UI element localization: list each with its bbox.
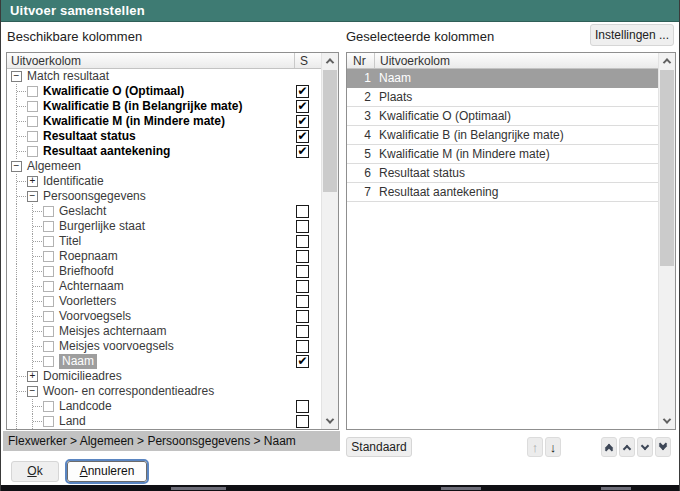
tree-guide-line [16, 279, 17, 294]
tree-item-checkbox[interactable] [43, 326, 54, 337]
tree-row[interactable]: Voorletters [7, 294, 321, 309]
tree-item-checkbox[interactable] [43, 341, 54, 352]
expand-collapse-toggle[interactable]: + [27, 371, 38, 382]
tree-row[interactable]: Kwalificatie M (in Mindere mate)✔ [7, 114, 321, 129]
selected-column-row[interactable]: 1Naam [347, 69, 658, 88]
tree-item-checkbox[interactable] [27, 131, 38, 142]
tree-row[interactable]: −Algemeen [7, 159, 321, 174]
move-top-button[interactable] [601, 437, 617, 457]
column-visible-checkbox[interactable]: ✔ [296, 85, 309, 98]
cancel-button[interactable]: Annuleren [67, 461, 147, 482]
scroll-down-button[interactable] [659, 413, 675, 429]
tree-row[interactable]: −Woon- en correspondentieadres [7, 384, 321, 399]
tree-item-label: Kwalificatie M (in Mindere mate) [43, 114, 225, 129]
column-visible-checkbox[interactable] [296, 325, 309, 338]
tree-item-checkbox[interactable] [43, 401, 54, 412]
move-down-one-button[interactable] [637, 437, 653, 457]
tree-item-checkbox[interactable] [27, 116, 38, 127]
row-number: 1 [347, 69, 371, 88]
tree-item-checkbox[interactable] [27, 146, 38, 157]
selected-column-row[interactable]: 7Resultaat aantekening [347, 183, 658, 202]
expand-collapse-toggle[interactable]: − [11, 161, 22, 172]
column-visible-checkbox[interactable] [296, 220, 309, 233]
column-visible-checkbox[interactable] [296, 415, 309, 428]
tree-row[interactable]: Titel [7, 234, 321, 249]
column-visible-checkbox[interactable] [296, 280, 309, 293]
column-visible-checkbox[interactable]: ✔ [296, 115, 309, 128]
tree-item-checkbox[interactable] [43, 311, 54, 322]
tree-row[interactable]: −Persoonsgegevens [7, 189, 321, 204]
tree-item-checkbox[interactable] [27, 86, 38, 97]
selected-columns-label: Geselecteerde kolommen [346, 29, 494, 44]
selected-column-row[interactable]: 2Plaats [347, 88, 658, 107]
column-visible-checkbox[interactable] [296, 310, 309, 323]
column-visible-checkbox[interactable] [296, 400, 309, 413]
tree-item-label: Roepnaam [59, 249, 118, 264]
move-up-button[interactable]: ↑ [527, 437, 543, 457]
tree-row[interactable]: Burgerlijke staat [7, 219, 321, 234]
tree-row[interactable]: Landcode [7, 399, 321, 414]
expand-collapse-toggle[interactable]: − [27, 191, 38, 202]
selected-column-row[interactable]: 5Kwalificatie M (in Mindere mate) [347, 145, 658, 164]
tree-row[interactable]: Meisjes voorvoegsels [7, 339, 321, 354]
tree-item-checkbox[interactable] [43, 221, 54, 232]
tree-row[interactable]: −Match resultaat [7, 69, 321, 84]
scrollbar-thumb[interactable] [323, 70, 337, 192]
tree-item-checkbox[interactable] [43, 281, 54, 292]
column-visible-checkbox[interactable]: ✔ [296, 130, 309, 143]
expand-collapse-toggle[interactable]: + [27, 176, 38, 187]
tree-row[interactable]: Kwalificatie B (in Belangrijke mate)✔ [7, 99, 321, 114]
tree-item-checkbox[interactable] [43, 356, 54, 367]
column-visible-checkbox[interactable]: ✔ [296, 100, 309, 113]
ok-button[interactable]: Ok [11, 461, 59, 482]
tree-item-checkbox[interactable] [27, 101, 38, 112]
tree-row[interactable]: +Identificatie [7, 174, 321, 189]
tree-row[interactable]: Roepnaam [7, 249, 321, 264]
tree-row[interactable]: Voorvoegsels [7, 309, 321, 324]
scroll-up-button[interactable] [659, 53, 675, 69]
tree-row[interactable]: Briefhoofd [7, 264, 321, 279]
column-visible-checkbox[interactable] [296, 205, 309, 218]
selected-column-row[interactable]: 4Kwalificatie B (in Belangrijke mate) [347, 126, 658, 145]
tree-row[interactable]: Kwalificatie O (Optimaal)✔ [7, 84, 321, 99]
scrollbar-thumb[interactable] [660, 70, 674, 266]
column-visible-checkbox[interactable] [296, 295, 309, 308]
move-up-one-button[interactable] [619, 437, 635, 457]
tree-item-checkbox[interactable] [43, 296, 54, 307]
tree-row[interactable]: +Domicilieadres [7, 369, 321, 384]
dialog-uitvoer-samenstellen: Uitvoer samenstellen Beschikbare kolomme… [0, 0, 680, 491]
scroll-up-button[interactable] [322, 53, 338, 69]
expand-collapse-toggle[interactable]: − [27, 386, 38, 397]
tree-item-checkbox[interactable] [43, 251, 54, 262]
tree-item-checkbox[interactable] [43, 416, 54, 427]
selected-column-row[interactable]: 3Kwalificatie O (Optimaal) [347, 107, 658, 126]
tree-row[interactable]: Resultaat status✔ [7, 129, 321, 144]
settings-button[interactable]: Instellingen ... [590, 24, 674, 46]
tree-guide-line [17, 196, 26, 197]
tree-row[interactable]: Resultaat aantekening✔ [7, 144, 321, 159]
selected-columns-scrollbar[interactable] [658, 53, 675, 429]
column-visible-checkbox[interactable] [296, 340, 309, 353]
move-bottom-button[interactable] [655, 437, 671, 457]
column-visible-checkbox[interactable] [296, 265, 309, 278]
scroll-down-button[interactable] [322, 413, 338, 429]
move-down-button[interactable]: ↓ [545, 437, 561, 457]
tree-guide-line [17, 136, 26, 137]
column-visible-checkbox[interactable] [296, 250, 309, 263]
tree-item-checkbox[interactable] [43, 206, 54, 217]
tree-item-checkbox[interactable] [43, 266, 54, 277]
selected-column-row[interactable]: 6Resultaat status [347, 164, 658, 183]
column-visible-checkbox[interactable]: ✔ [296, 355, 309, 368]
column-visible-checkbox[interactable]: ✔ [296, 145, 309, 158]
tree-guide-line [32, 414, 33, 429]
tree-row[interactable]: Achternaam [7, 279, 321, 294]
standaard-button[interactable]: Standaard [346, 437, 412, 457]
tree-row[interactable]: Geslacht [7, 204, 321, 219]
tree-row[interactable]: Naam✔ [7, 354, 321, 369]
tree-item-checkbox[interactable] [43, 236, 54, 247]
tree-row[interactable]: Meisjes achternaam [7, 324, 321, 339]
tree-row[interactable]: Land [7, 414, 321, 429]
column-visible-checkbox[interactable] [296, 235, 309, 248]
available-columns-scrollbar[interactable] [321, 53, 338, 429]
expand-collapse-toggle[interactable]: − [11, 71, 22, 82]
